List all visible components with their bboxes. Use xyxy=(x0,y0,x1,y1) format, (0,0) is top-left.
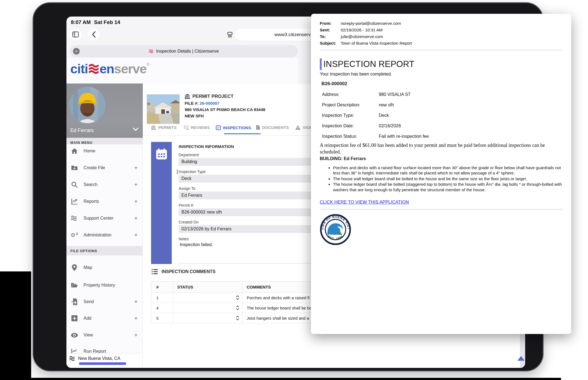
report-bullet-list: Porches and decks with a raised floor su… xyxy=(320,165,565,193)
eye-icon xyxy=(71,333,78,338)
header-logo-row: citienserve® xyxy=(66,58,298,84)
avatar xyxy=(69,87,106,123)
expand-plus[interactable]: + xyxy=(134,182,138,188)
sidebar-item-add[interactable]: Add + xyxy=(66,312,143,325)
expand-plus[interactable]: + xyxy=(134,299,138,305)
expand-plus[interactable]: + xyxy=(134,315,138,322)
active-tab-underline xyxy=(224,133,261,134)
status-select[interactable] xyxy=(173,313,242,323)
map-pin-icon xyxy=(71,264,78,271)
scrollbar-track[interactable] xyxy=(520,331,525,368)
registered-mark: ® xyxy=(147,62,149,66)
file-export-icon xyxy=(71,298,78,305)
clipped-link-fragment[interactable] xyxy=(79,362,126,365)
bullet-item: The house ledger board shall be bolted (… xyxy=(333,182,565,192)
report-field-inspection-type: Inspection Type:Deck xyxy=(322,113,563,118)
email-to-value: julie@citizenserve.com xyxy=(341,34,563,39)
file-number-link[interactable]: 26-000007 xyxy=(200,101,219,106)
section-header-file-options: FILE OPTIONS xyxy=(66,246,143,255)
open-folder-icon xyxy=(71,282,78,288)
checklist-icon xyxy=(184,125,189,130)
tab-reviews[interactable]: REVIEWS xyxy=(184,125,210,130)
status-select[interactable] xyxy=(173,293,242,303)
report-field-inspection-date: Inspection Date:02/16/2026 xyxy=(322,123,563,128)
email-from-label: From: xyxy=(320,21,341,26)
sidebar-footer: New Buena Vista, CA xyxy=(66,353,143,368)
reinspection-fee-notice: A reinspection fee of $61.00 has been ad… xyxy=(320,142,563,155)
sidebar-item-view[interactable]: View + xyxy=(66,328,143,342)
expand-plus[interactable]: + xyxy=(134,215,138,222)
view-application-link[interactable]: CLICK HERE TO VIEW THIS APPLICATION xyxy=(320,200,409,205)
bank-icon xyxy=(151,125,156,130)
expand-plus[interactable]: + xyxy=(134,232,138,238)
logo-serve: serve xyxy=(114,61,147,76)
building-inspector-line: BUILDING: Ed Ferrars xyxy=(320,156,563,161)
divider xyxy=(320,50,562,50)
tab-switcher-icon xyxy=(227,31,233,38)
sidebar-item-support-center[interactable]: Support Center + xyxy=(66,212,143,225)
sidebar-item-reports[interactable]: Reports + xyxy=(66,195,143,208)
email-sent-label: Sent: xyxy=(320,28,341,32)
expand-plus[interactable]: + xyxy=(134,198,138,205)
home-icon xyxy=(71,148,78,154)
sidebar-panel-icon xyxy=(72,31,79,37)
sidebar-item-map[interactable]: Map xyxy=(66,261,143,274)
chart-icon xyxy=(71,198,78,204)
property-photo xyxy=(147,95,179,124)
backdrop-bottom xyxy=(0,378,561,380)
tab-inspections[interactable]: INSPECTIONS xyxy=(216,125,251,130)
tab-title: Inspection Details | Citizenserve xyxy=(156,49,219,54)
sidebar-item-search[interactable]: Search + xyxy=(66,178,143,191)
report-field-inspection-status: Inspection Status:Fail with re-inspectio… xyxy=(322,134,563,139)
tab-close-button[interactable]: × xyxy=(73,48,80,55)
sidebar: Ed Ferrars MAIN MENU Home Cre xyxy=(66,84,143,368)
unfold-icon xyxy=(236,316,239,320)
plus-square-icon xyxy=(71,315,78,321)
waves-icon xyxy=(71,215,78,221)
sidebar-item-administration[interactable]: ⚙⚙ Administration + xyxy=(66,228,143,242)
user-profile[interactable]: Ed Ferrars xyxy=(66,83,143,138)
tab-permits[interactable]: PERMITS xyxy=(151,125,177,130)
sidebar-item-home[interactable]: Home xyxy=(66,144,143,158)
sidebar-toggle-button[interactable] xyxy=(69,28,82,41)
back-button[interactable] xyxy=(87,28,100,41)
expand-plus[interactable]: + xyxy=(134,165,138,171)
town-seal-logo: TOWN OF BUENA VISTA EST. 1985 xyxy=(320,214,563,245)
logo-citi: citi xyxy=(70,61,88,76)
logo-wave-z-icon xyxy=(88,63,99,74)
status-time: 8:07 AM xyxy=(71,19,91,25)
inspection-comments-title: INSPECTION COMMENTS xyxy=(152,269,216,274)
logo-en: en xyxy=(100,61,114,76)
warning-triangle-icon xyxy=(295,125,300,130)
expand-plus[interactable]: + xyxy=(134,332,138,338)
report-intro: Your inspection has been completed. xyxy=(320,72,563,77)
report-field-project-description: Project Description:new sfh xyxy=(322,103,563,107)
col-header-num: # xyxy=(151,282,173,292)
email-headers: From: noreply-portal@citizenserve.com Se… xyxy=(320,21,563,45)
sidebar-item-property-history[interactable]: Property History xyxy=(66,279,143,292)
tab-documents[interactable]: DOCUMENTS xyxy=(256,125,289,130)
text-caret xyxy=(177,169,178,174)
bank-icon xyxy=(185,94,190,99)
row-num: 4 xyxy=(151,303,173,313)
project-address: 980 VISALIA ST PISMO BEACH CA 93448 xyxy=(185,107,265,112)
project-header: PERMIT PROJECT FILE #: 26-000007 980 VIS… xyxy=(185,94,265,118)
unfold-icon xyxy=(236,305,239,310)
folder-plus-icon xyxy=(71,165,78,171)
search-icon xyxy=(71,182,78,188)
status-select[interactable] xyxy=(173,303,242,313)
col-header-status: STATUS xyxy=(173,282,242,292)
browser-tab[interactable]: × Inspection Details | Citizenserve xyxy=(70,45,298,57)
email-sent-value: 02/16/2026 - 10:31 AM xyxy=(341,28,563,32)
list-icon xyxy=(152,269,158,274)
report-permit-number: B26-000002 xyxy=(321,81,563,87)
row-num: 1 xyxy=(151,293,173,303)
chevron-down-icon[interactable] xyxy=(133,128,138,131)
report-field-address: Address:980 VISALIA ST xyxy=(322,92,563,97)
wave-logo-icon xyxy=(69,356,76,361)
scroll-to-top-arrow-icon[interactable] xyxy=(517,356,525,361)
sidebar-item-send[interactable]: Send + xyxy=(66,295,143,308)
panel-stripe xyxy=(151,142,172,264)
unfold-icon xyxy=(236,295,239,300)
sidebar-item-create-file[interactable]: Create File + xyxy=(66,161,143,174)
